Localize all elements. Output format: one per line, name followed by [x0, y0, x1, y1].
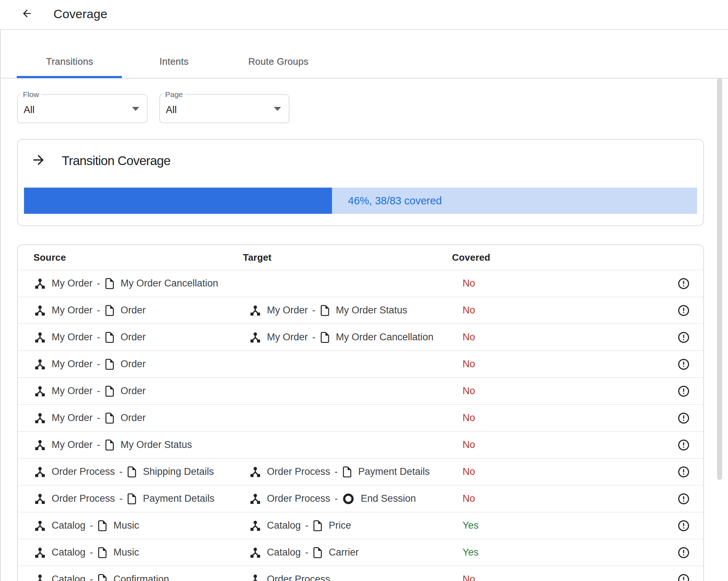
page-name: Shipping Details	[143, 466, 214, 477]
info-icon	[677, 465, 690, 478]
flow-name: My Order	[267, 332, 308, 343]
table-body: My Order-My Order CancellationNoMy Order…	[18, 270, 703, 581]
page-icon	[105, 440, 114, 450]
tab-transitions[interactable]: Transitions	[17, 43, 122, 78]
panel-left-border	[0, 0, 1, 581]
page-name: Carrier	[329, 547, 359, 558]
flow-name: Catalog	[52, 547, 85, 558]
flow-name: Order Process	[52, 493, 115, 504]
covered-status: No	[452, 358, 662, 370]
table-row: My Order-OrderNo	[18, 405, 703, 432]
page-name: My Order Status	[121, 439, 192, 450]
page-icon	[98, 574, 107, 581]
flow-icon	[35, 574, 45, 581]
info-icon	[677, 546, 690, 559]
target-cell: Catalog-Price	[243, 520, 452, 531]
covered-status: Yes	[452, 547, 662, 558]
separator-dash: -	[90, 520, 93, 531]
flow-name: My Order	[267, 305, 308, 316]
covered-status: No	[452, 412, 662, 424]
flow-name: Catalog	[267, 520, 301, 531]
page-icon	[128, 466, 136, 477]
target-cell: My Order-My Order Cancellation	[243, 332, 452, 343]
table-row: Catalog-ConfirmationOrder ProcessNo	[18, 566, 703, 581]
page-name: Order	[121, 332, 146, 343]
flow-icon	[35, 386, 45, 396]
flow-name: Order Process	[267, 466, 330, 477]
source-cell: Order Process-Payment Details	[18, 493, 243, 504]
separator-dash: -	[305, 547, 308, 558]
source-cell: My Order-Order	[18, 412, 243, 424]
source-cell: Catalog-Music	[18, 547, 243, 558]
flow-icon	[35, 521, 45, 531]
vertical-scrollbar-thumb[interactable]	[717, 78, 722, 480]
table-row: My Order-My Order StatusNo	[18, 432, 703, 458]
flow-name: Order Process	[267, 574, 330, 581]
row-info-button[interactable]	[662, 277, 703, 290]
page-icon	[313, 520, 322, 531]
separator-dash: -	[119, 493, 123, 504]
covered-status: No	[452, 278, 662, 289]
covered-status: No	[452, 439, 662, 450]
flow-icon	[35, 440, 45, 450]
flow-name: Catalog	[52, 574, 85, 581]
row-info-button[interactable]	[662, 492, 703, 505]
separator-dash: -	[90, 547, 93, 558]
row-info-button[interactable]	[662, 573, 703, 581]
table-row: Order Process-Shipping DetailsOrder Proc…	[18, 458, 703, 485]
covered-status: Yes	[452, 520, 662, 531]
separator-dash: -	[97, 412, 100, 424]
flow-icon	[35, 305, 45, 316]
row-info-button[interactable]	[662, 385, 703, 398]
flow-name: My Order	[52, 385, 93, 397]
separator-dash: -	[97, 278, 100, 289]
separator-dash: -	[97, 332, 100, 343]
flow-filter-select[interactable]: Flow All	[17, 94, 148, 123]
source-cell: My Order-My Order Cancellation	[18, 278, 243, 289]
page-icon	[98, 547, 107, 558]
row-info-button[interactable]	[662, 519, 703, 532]
flow-name: My Order	[52, 305, 93, 316]
dropdown-arrow-icon	[132, 107, 139, 111]
row-info-button[interactable]	[662, 304, 703, 317]
flow-filter-value: All	[24, 96, 35, 124]
page-name: End Session	[361, 493, 416, 504]
page-icon	[343, 466, 351, 477]
page-icon	[105, 332, 114, 343]
separator-dash: -	[312, 332, 316, 343]
row-info-button[interactable]	[662, 331, 703, 344]
tab-route-groups[interactable]: Route Groups	[226, 43, 331, 78]
flow-icon	[35, 359, 45, 369]
row-info-button[interactable]	[662, 412, 703, 425]
row-info-button[interactable]	[662, 438, 703, 452]
flow-icon	[35, 332, 45, 342]
tab-intents[interactable]: Intents	[122, 43, 226, 78]
target-cell: Catalog-Carrier	[243, 547, 452, 558]
page-name: Price	[329, 520, 351, 531]
page-filter-select[interactable]: Page All	[159, 94, 289, 123]
flow-icon	[35, 548, 45, 558]
info-icon	[677, 438, 690, 452]
row-info-button[interactable]	[662, 546, 703, 559]
source-cell: Catalog-Music	[18, 520, 243, 531]
row-info-button[interactable]	[662, 465, 703, 478]
table-row: My Order-OrderMy Order-My Order Cancella…	[18, 324, 703, 351]
back-arrow-icon[interactable]	[21, 8, 33, 19]
row-info-button[interactable]	[662, 358, 703, 371]
table-row: Catalog-MusicCatalog-CarrierYes	[18, 539, 703, 566]
page-title: Coverage	[53, 0, 107, 29]
flow-icon	[250, 467, 260, 477]
flow-name: My Order	[52, 439, 93, 450]
flow-name: Order Process	[52, 466, 115, 477]
transitions-table: Source Target Covered My Order-My Order …	[17, 244, 704, 581]
flow-icon	[250, 521, 260, 531]
tabs: TransitionsIntentsRoute Groups	[17, 43, 331, 78]
page-name: Payment Details	[143, 493, 215, 504]
flow-icon	[250, 548, 260, 558]
table-row: My Order-OrderMy Order-My Order StatusNo	[18, 297, 703, 324]
separator-dash: -	[97, 439, 100, 450]
flow-icon	[250, 305, 260, 316]
covered-status: No	[452, 385, 662, 397]
page-name: Music	[113, 547, 139, 558]
separator-dash: -	[335, 493, 338, 504]
